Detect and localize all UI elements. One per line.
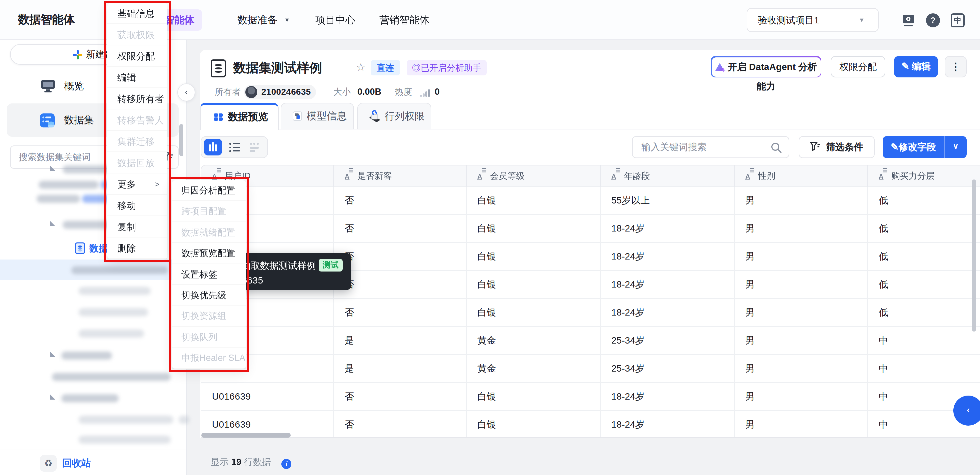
text-type-icon: A xyxy=(477,166,488,187)
edit-fields-button[interactable]: ✎修改字段 xyxy=(883,136,944,158)
favorite-star-icon[interactable]: ☆ xyxy=(356,61,366,73)
keyword-search-input[interactable]: 输入关键词搜索 xyxy=(632,136,789,158)
redacted-tree-item[interactable] xyxy=(79,330,144,338)
table-vertical-scrollbar[interactable] xyxy=(972,180,976,332)
more-actions-button[interactable]: ⋮ xyxy=(945,56,967,77)
sidebar-collapse-button[interactable]: ‹ xyxy=(177,83,195,101)
table-row: U016639否白银18-24岁男中 xyxy=(201,410,980,438)
submenu-item-attribution-config[interactable]: 归因分析配置 xyxy=(172,180,246,201)
lock-icon xyxy=(369,110,380,121)
redacted-tree-item[interactable] xyxy=(61,352,112,360)
heat-value: 0 xyxy=(435,85,440,99)
redacted-tree-item[interactable] xyxy=(39,181,99,189)
redacted-tree-item[interactable] xyxy=(179,416,189,424)
table-row: 否白银55岁以上男低 xyxy=(201,186,980,214)
tab-data-preview[interactable]: 数据预览 xyxy=(200,103,278,130)
submenu-item-switch-queue: 切换队列 xyxy=(172,327,246,347)
table-horizontal-scrollbar[interactable] xyxy=(201,433,291,438)
edit-fields-dropdown[interactable]: ∨ xyxy=(945,136,967,157)
menu-item-transfer-owner[interactable]: 转移所有者 xyxy=(107,88,167,109)
nav-item-project-center[interactable]: 项目中心 xyxy=(315,0,355,40)
menu-item-cluster-migrate: 集群迁移 xyxy=(107,131,167,152)
open-dataagent-button[interactable]: ✦ 开启 DataAgent 分析能力 xyxy=(711,56,821,77)
help-icon[interactable]: ? xyxy=(926,13,940,27)
heat-label: 热度 xyxy=(395,85,412,99)
redacted-tree-item[interactable] xyxy=(37,195,80,203)
menu-item-more[interactable]: 更多 > xyxy=(107,174,167,195)
view-list-button[interactable] xyxy=(229,143,240,152)
text-type-icon: A xyxy=(879,166,889,187)
submenu-item-data-ready-config: 数据就绪配置 xyxy=(172,222,246,243)
chevron-right-icon: > xyxy=(155,174,159,195)
text-type-icon: A xyxy=(345,166,355,187)
tab-row-column-permission[interactable]: 行列权限 xyxy=(357,103,431,129)
project-selector[interactable]: 验收测试项目1 ▼ xyxy=(747,8,879,32)
redacted-tree-item[interactable] xyxy=(52,373,171,381)
dataset-title-icon xyxy=(211,59,226,77)
menu-item-delete[interactable]: 删除 xyxy=(107,238,167,259)
permission-assign-button[interactable]: 权限分配 xyxy=(830,56,885,77)
dataset-icon xyxy=(39,112,56,129)
text-type-icon: A xyxy=(611,166,622,187)
tree-expand-icon[interactable] xyxy=(50,352,55,357)
submenu-item-preview-config[interactable]: 数据预览配置 xyxy=(172,243,246,264)
table-row: 是黄金25-34岁男中 xyxy=(201,354,980,382)
view-switcher xyxy=(200,136,268,158)
redacted-tree-item[interactable] xyxy=(61,394,119,402)
menu-item-get-permission: 获取权限 xyxy=(107,24,167,45)
sidebar-scrollbar[interactable] xyxy=(179,124,183,156)
edit-fields-split-button[interactable]: ✎修改字段 ∨ xyxy=(883,136,967,158)
redacted-tree-item[interactable] xyxy=(79,416,173,424)
table-row: 否白银18-24岁男低 xyxy=(201,214,980,242)
table-row: 否白银18-24岁男低 xyxy=(201,298,980,326)
submenu-item-switch-priority[interactable]: 切换优先级 xyxy=(172,285,246,306)
owner-label: 所有者 xyxy=(215,85,241,99)
menu-item-edit[interactable]: 编辑 xyxy=(107,67,167,88)
menu-item-copy[interactable]: 复制 xyxy=(107,216,167,238)
redacted-tree-item[interactable] xyxy=(79,308,148,316)
column-header: A年龄段 xyxy=(601,166,735,187)
nav-item-marketing[interactable]: 营销智能体 xyxy=(379,0,430,40)
app-root: 数据智能体 数据智能体 数据准备 ▼ 项目中心 营销智能体 验收测试项目1 ▼ … xyxy=(0,0,980,475)
columns-icon xyxy=(209,142,217,151)
filter-conditions-button[interactable]: 筛选条件 xyxy=(799,136,875,158)
tree-item-dataset-sample[interactable]: 数据集测试样例 xyxy=(75,242,86,254)
menu-item-permission-assign[interactable]: 权限分配 xyxy=(107,45,167,67)
column-header: A性别 xyxy=(735,166,868,187)
dataset-context-menu: 基础信息 获取权限 权限分配 编辑 转移所有者 转移告警人 集群迁移 数据回放 … xyxy=(107,3,167,260)
caret-down-icon: ▼ xyxy=(859,9,865,31)
dataset-file-icon xyxy=(75,242,86,254)
app-logo: 数据智能体 xyxy=(18,0,75,40)
nav-item-data-prep[interactable]: 数据准备 ▼ xyxy=(237,0,290,40)
view-cards-button[interactable] xyxy=(250,143,260,152)
menu-item-basic-info[interactable]: 基础信息 xyxy=(107,3,167,24)
edit-button[interactable]: ✎ 编辑 xyxy=(894,56,938,77)
tree-expand-icon[interactable] xyxy=(50,394,55,400)
redacted-tree-item[interactable] xyxy=(79,287,151,295)
panel-collapse-floating-button[interactable]: ‹ xyxy=(953,395,980,426)
tree-expand-icon[interactable] xyxy=(50,166,55,171)
redacted-tree-item[interactable] xyxy=(72,266,168,274)
redacted-tree-item[interactable] xyxy=(79,436,171,444)
table-row: 是黄金25-34岁男中 xyxy=(201,326,980,354)
tab-model-info[interactable]: 模型信息 xyxy=(281,103,354,129)
heat-bars-icon xyxy=(420,89,432,97)
menu-item-move[interactable]: 移动 xyxy=(107,195,167,216)
search-placeholder: 输入关键词搜索 xyxy=(641,137,707,158)
info-icon[interactable]: i xyxy=(282,459,292,469)
console-icon[interactable] xyxy=(901,13,915,27)
grid-icon xyxy=(214,113,223,121)
funnel-icon xyxy=(810,142,820,151)
language-icon[interactable]: 中 xyxy=(951,13,965,27)
column-header: A购买力分层 xyxy=(868,166,980,187)
tooltip-title: 抽取数据测试样例 xyxy=(241,260,316,272)
more-submenu: 归因分析配置 跨项目配置 数据就绪配置 数据预览配置 设置标签 切换优先级 切换… xyxy=(172,180,246,369)
avatar xyxy=(245,86,257,98)
sidebar-divider xyxy=(0,449,187,450)
view-columns-button[interactable] xyxy=(204,139,222,155)
tree-expand-icon[interactable] xyxy=(50,221,55,226)
submenu-item-set-tag[interactable]: 设置标签 xyxy=(172,264,246,285)
column-header: A会员等级 xyxy=(467,166,601,187)
owner-chip: 2100246635 xyxy=(244,85,316,99)
row-count-status: 显示19行数据 i xyxy=(211,456,292,468)
